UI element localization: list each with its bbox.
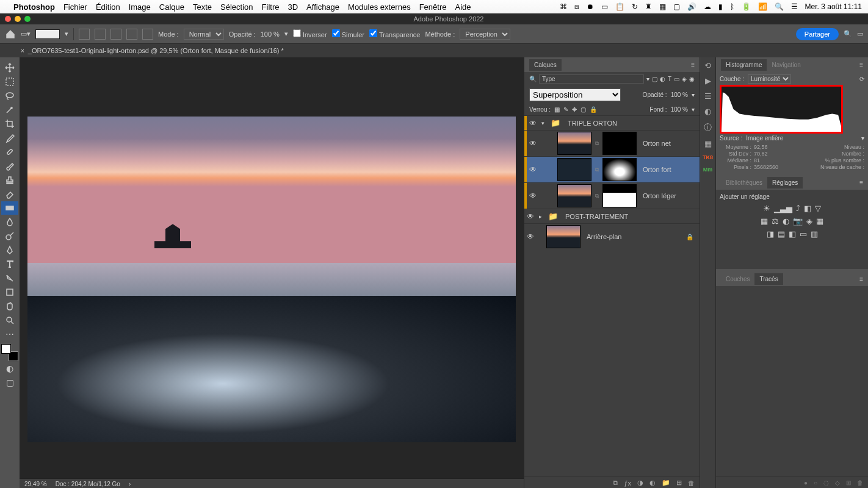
doc-size[interactable]: Doc : 204,2 Mo/1,12 Go xyxy=(56,481,120,487)
fill-value[interactable]: 100 % xyxy=(671,106,688,113)
search-icon[interactable]: 🔍 xyxy=(844,30,852,38)
stroke-path-icon[interactable]: ○ xyxy=(814,479,817,486)
status-cc-icon[interactable]: ⧈ xyxy=(574,2,579,11)
actions-icon[interactable]: ▶ xyxy=(705,76,711,85)
close-window-button[interactable] xyxy=(5,16,11,22)
selection-path-icon[interactable]: ◌ xyxy=(823,479,829,486)
fx-icon[interactable]: ƒx xyxy=(624,479,631,487)
mask-icon[interactable]: ◑ xyxy=(637,479,643,487)
lock-icon[interactable]: 🔒 xyxy=(686,234,693,240)
status-wifi-icon[interactable]: 📶 xyxy=(758,2,767,11)
exposure-icon[interactable]: ◧ xyxy=(804,204,811,213)
stamp-tool[interactable] xyxy=(1,173,18,187)
vibrance-icon[interactable]: ▽ xyxy=(815,204,821,213)
status-clipboard-icon[interactable]: 📋 xyxy=(615,2,624,11)
color-balance-icon[interactable]: ⚖ xyxy=(772,217,779,226)
hue-sat-icon[interactable]: ▦ xyxy=(761,217,768,226)
color-lookup-icon[interactable]: ▦ xyxy=(816,217,823,226)
gradient-swatch[interactable] xyxy=(35,29,60,39)
status-display-icon[interactable]: ▢ xyxy=(673,2,680,11)
menu-selection[interactable]: Sélection xyxy=(220,2,253,12)
status-cloud-icon[interactable]: ☁ xyxy=(704,2,711,11)
channel-mixer-icon[interactable]: ◈ xyxy=(806,217,812,226)
tab-histogram[interactable]: Histogramme xyxy=(721,59,767,71)
curves-icon[interactable]: ⤴ xyxy=(796,204,800,213)
marquee-tool[interactable] xyxy=(1,75,18,88)
status-timemachine-icon[interactable]: ↻ xyxy=(632,2,638,11)
clock[interactable]: Mer. 3 août 11:11 xyxy=(805,2,862,11)
filter-shape-icon[interactable]: ▭ xyxy=(674,76,679,82)
threshold-icon[interactable]: ◧ xyxy=(789,229,796,239)
method-select[interactable]: Perception xyxy=(460,29,510,40)
share-button[interactable]: Partager xyxy=(796,28,839,40)
menu-layer[interactable]: Calque xyxy=(159,2,184,12)
bw-icon[interactable]: ◐ xyxy=(783,217,789,226)
invert-icon[interactable]: ◨ xyxy=(767,229,774,239)
blur-tool[interactable] xyxy=(1,215,18,229)
tab-channels[interactable]: Couches xyxy=(721,273,754,285)
lock-trans-icon[interactable]: ▦ xyxy=(554,106,560,113)
visibility-toggle[interactable]: 👁 xyxy=(527,192,539,200)
status-bluetooth-icon[interactable]: ᛒ xyxy=(730,2,734,11)
status-dropbox-icon[interactable]: ⌘ xyxy=(560,2,567,11)
visibility-toggle[interactable]: 👁 xyxy=(524,212,537,221)
foreground-background-colors[interactable] xyxy=(1,344,18,361)
edit-toolbar-icon[interactable]: ⋯ xyxy=(1,328,18,341)
panel-menu-icon[interactable]: ≡ xyxy=(859,276,863,282)
gradient-tool[interactable] xyxy=(1,201,18,215)
menu-text[interactable]: Texte xyxy=(193,2,212,12)
gradient-linear-icon[interactable] xyxy=(79,29,90,40)
wand-tool[interactable] xyxy=(1,103,18,117)
status-puzzle-icon[interactable]: ♜ xyxy=(645,2,652,11)
visibility-toggle[interactable]: 👁 xyxy=(524,232,537,241)
menu-edit[interactable]: Édition xyxy=(96,2,120,12)
new-layer-icon[interactable]: ⊞ xyxy=(676,479,682,487)
status-control-center-icon[interactable]: ☰ xyxy=(791,2,798,11)
zoom-tool[interactable] xyxy=(1,314,18,327)
lock-pos-icon[interactable]: ✥ xyxy=(572,106,577,113)
gradient-tool-icon[interactable]: ▭▾ xyxy=(21,30,31,38)
status-record-icon[interactable]: ⏺ xyxy=(587,2,594,11)
filter-pixel-icon[interactable]: ▢ xyxy=(652,76,657,82)
status-flag-icon[interactable]: ▮ xyxy=(718,2,723,11)
delete-path-icon[interactable]: 🗑 xyxy=(857,479,863,486)
gradient-reflected-icon[interactable] xyxy=(126,29,137,40)
canvas[interactable] xyxy=(20,57,524,478)
photo-filter-icon[interactable]: 📷 xyxy=(793,217,803,226)
info-icon[interactable]: ⓘ xyxy=(704,122,712,133)
blend-mode-select[interactable]: Superposition xyxy=(529,88,621,101)
quickmask-icon[interactable]: ◐ xyxy=(1,362,18,375)
filter-toggle[interactable]: ◉ xyxy=(689,76,695,82)
channel-select[interactable]: Luminosité xyxy=(748,74,791,84)
simulate-checkbox[interactable]: Simuler xyxy=(332,29,364,38)
move-tool[interactable] xyxy=(1,61,18,74)
brightness-icon[interactable]: ☀ xyxy=(763,204,770,213)
workspace-icon[interactable]: ▭ xyxy=(857,30,863,38)
close-tab-icon[interactable]: × xyxy=(21,48,24,54)
dodge-tool[interactable] xyxy=(1,229,18,243)
maximize-window-button[interactable] xyxy=(24,16,31,22)
status-spotlight-icon[interactable]: 🔍 xyxy=(775,2,784,11)
opacity-value[interactable]: 100 % xyxy=(261,30,280,38)
path-mask-icon[interactable]: ◇ xyxy=(835,479,840,486)
screenmode-icon[interactable]: ▢ xyxy=(1,376,18,389)
paths-panel-body[interactable] xyxy=(716,286,868,476)
lock-paint-icon[interactable]: ✎ xyxy=(563,106,568,113)
path-tool[interactable] xyxy=(1,271,18,285)
panel-menu-icon[interactable]: ≡ xyxy=(691,62,695,68)
invert-checkbox[interactable]: Inverser xyxy=(293,29,327,38)
adjustments-panel-icon[interactable]: ◐ xyxy=(704,107,711,116)
layer-group-triple-orton[interactable]: 👁 ▾📁 TRIPLE ORTON xyxy=(524,115,700,130)
layer-orton-leger[interactable]: 👁 ⧉ Orton léger xyxy=(524,182,700,209)
layer-opacity-value[interactable]: 100 % xyxy=(671,92,688,98)
fill-path-icon[interactable]: ● xyxy=(804,479,808,486)
brush-tool[interactable] xyxy=(1,159,18,173)
menu-plugins[interactable]: Modules externes xyxy=(348,2,411,12)
transparency-checkbox[interactable]: Transparence xyxy=(369,29,420,38)
crop-tool[interactable] xyxy=(1,117,18,131)
visibility-toggle[interactable]: 👁 xyxy=(527,119,539,127)
menu-image[interactable]: Image xyxy=(129,2,151,12)
status-sound-icon[interactable]: 🔊 xyxy=(687,2,696,11)
menu-file[interactable]: Fichier xyxy=(63,2,87,12)
eyedropper-tool[interactable] xyxy=(1,131,18,145)
